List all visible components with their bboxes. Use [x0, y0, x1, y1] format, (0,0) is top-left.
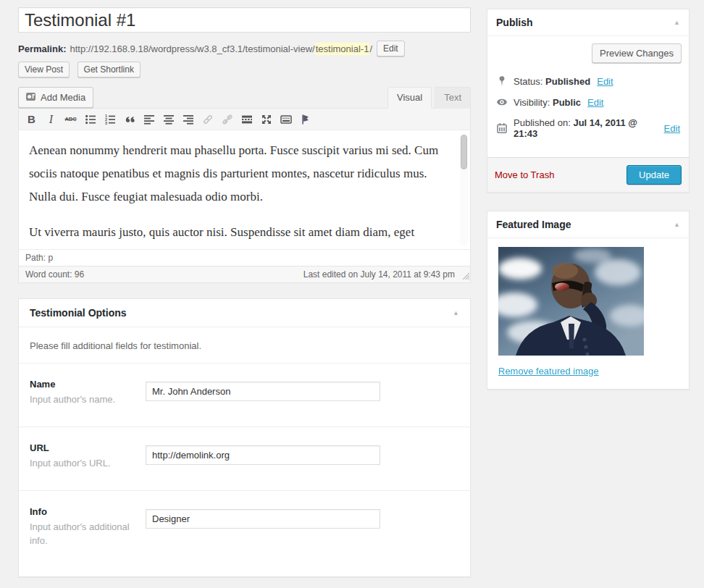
preview-changes-button[interactable]: Preview Changes [592, 43, 682, 63]
field-row-name: Name Input author's name. [19, 364, 470, 427]
collapse-toggle-icon[interactable]: ▲ [453, 310, 459, 316]
testimonial-options-header[interactable]: Testimonial Options ▲ [19, 299, 470, 327]
status-value: Published [545, 76, 590, 87]
edit-permalink-button[interactable]: Edit [377, 41, 405, 56]
featured-image-photo[interactable] [498, 247, 644, 356]
last-edited-text: Last edited on July 14, 2011 at 9:43 pm [303, 269, 455, 280]
info-field-input[interactable] [146, 509, 380, 529]
editor-scrollbar-track[interactable] [460, 133, 468, 245]
fullscreen-icon[interactable] [256, 111, 276, 128]
align-right-icon[interactable] [178, 111, 198, 128]
editor-status-bar: Word count: 96 Last edited on July 14, 2… [19, 266, 470, 282]
published-on-row: Published on: Jul 14, 2011 @ 21:43 Edit [496, 117, 680, 139]
add-media-icon [26, 92, 36, 103]
editor-paragraph: Aenean nonummy hendrerit mau phasellu po… [29, 139, 451, 209]
editor-path-bar: Path: p [19, 249, 470, 266]
info-field-label: Info [30, 506, 146, 517]
add-media-label: Add Media [41, 93, 85, 102]
add-media-button[interactable]: Add Media [18, 87, 93, 108]
field-row-info: Info Input author's additional info. [19, 491, 470, 577]
collapse-toggle-icon[interactable]: ▲ [674, 20, 680, 26]
post-edit-main-column: Permalink: http://192.168.9.18/wordpress… [18, 7, 471, 577]
italic-icon[interactable]: I [41, 111, 61, 128]
featured-image-header[interactable]: Featured Image ▲ [487, 211, 689, 238]
editor-paragraph: Ut viverra mauris justo, quis auctor nis… [29, 221, 451, 249]
toolbar-toggle-icon[interactable] [276, 111, 296, 128]
editor-toolbar: B I ABC 123 [19, 109, 470, 130]
numbered-list-icon[interactable]: 123 [100, 111, 120, 128]
update-button[interactable]: Update [627, 165, 682, 185]
editor-scrollbar-thumb[interactable] [461, 135, 467, 169]
collapse-toggle-icon[interactable]: ▲ [674, 222, 680, 228]
published-on-label: Published on: [514, 117, 571, 128]
align-center-icon[interactable] [159, 111, 178, 128]
plugin-icon[interactable] [296, 111, 315, 128]
edit-visibility-link[interactable]: Edit [587, 97, 603, 108]
testimonial-options-description: Please fill additional fields for testim… [19, 327, 470, 364]
editor-content-area[interactable]: Aenean nonummy hendrerit mau phasellu po… [19, 130, 470, 249]
url-field-input[interactable] [146, 445, 380, 465]
edit-status-link[interactable]: Edit [597, 76, 613, 87]
move-to-trash-link[interactable]: Move to Trash [495, 169, 554, 180]
status-row: Status: Published Edit [496, 75, 680, 87]
publishing-actions-bar: Move to Trash Update [487, 157, 689, 192]
publish-misc-section: Status: Published Edit Visibility: Publi… [487, 63, 689, 157]
featured-image-body: Remove featured image [487, 238, 689, 389]
status-label: Status: [514, 76, 542, 87]
calendar-icon [496, 122, 508, 134]
view-post-button[interactable]: View Post [18, 62, 70, 77]
more-tag-icon[interactable] [237, 111, 256, 128]
remove-featured-image-link[interactable]: Remove featured image [498, 366, 599, 377]
pin-icon [496, 75, 508, 87]
name-field-input[interactable] [146, 382, 380, 401]
post-title-input[interactable] [18, 7, 471, 33]
tab-text[interactable]: Text [435, 87, 471, 109]
permalink-slug[interactable]: testimonial-1 [315, 43, 370, 55]
editor-tools-row: Add Media Visual Text [18, 87, 471, 108]
testimonial-options-title: Testimonial Options [30, 307, 127, 319]
post-edit-sidebar: Publish ▲ Preview Changes Status: Publis… [487, 9, 690, 390]
editor-resize-handle[interactable] [461, 271, 469, 282]
url-field-hint: Input author's URL. [30, 457, 146, 471]
bold-icon[interactable]: B [22, 111, 41, 128]
publish-header[interactable]: Publish ▲ [487, 9, 689, 36]
path-label: Path: [25, 253, 46, 263]
field-row-url: URL Input author's URL. [19, 427, 470, 491]
publish-metabox: Publish ▲ Preview Changes Status: Publis… [487, 9, 690, 193]
permalink-url-prefix: http://192.168.9.18/wordpress/w3.8_cf3.1… [70, 43, 314, 54]
bulleted-list-icon[interactable] [80, 111, 100, 128]
permalink-row: Permalink: http://192.168.9.18/wordpress… [18, 41, 471, 56]
name-field-hint: Input author's name. [30, 393, 146, 407]
path-value: p [48, 253, 53, 263]
edit-published-on-link[interactable]: Edit [664, 123, 680, 134]
testimonial-options-metabox: Testimonial Options ▲ Please fill additi… [18, 298, 471, 577]
featured-image-title: Featured Image [496, 219, 571, 230]
name-field-label: Name [30, 379, 146, 390]
get-shortlink-button[interactable]: Get Shortlink [77, 62, 141, 77]
visibility-label: Visibility: [514, 97, 550, 108]
strikethrough-icon[interactable]: ABC [61, 111, 80, 128]
remove-link-icon[interactable] [217, 111, 237, 128]
visual-editor: B I ABC 123 [18, 108, 471, 283]
eye-icon [496, 96, 508, 108]
featured-image-metabox: Featured Image ▲ [487, 211, 690, 390]
editor-mode-tabs: Visual Text [385, 87, 471, 108]
word-count: Word count: 96 [25, 269, 84, 280]
visibility-value: Public [553, 97, 581, 108]
insert-link-icon[interactable] [198, 111, 217, 128]
publish-title: Publish [496, 17, 533, 28]
tab-visual[interactable]: Visual [387, 87, 432, 109]
permalink-suffix: / [369, 43, 372, 54]
url-field-label: URL [30, 442, 146, 453]
visibility-row: Visibility: Public Edit [496, 96, 680, 108]
align-left-icon[interactable] [139, 111, 159, 128]
preview-row: Preview Changes [487, 36, 689, 63]
blockquote-icon[interactable] [120, 111, 139, 128]
svg-text:3: 3 [105, 121, 107, 125]
info-field-hint: Input author's additional info. [30, 521, 146, 548]
post-actions-row: View Post Get Shortlink [18, 62, 471, 77]
permalink-label: Permalink: [18, 43, 66, 54]
